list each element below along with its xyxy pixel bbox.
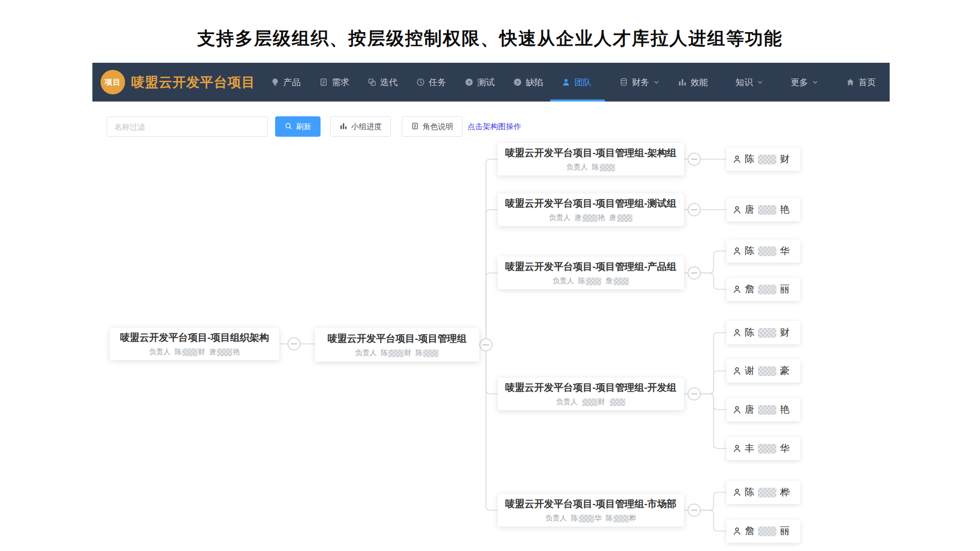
member-card[interactable]: 陈华 bbox=[726, 239, 800, 263]
connector-line bbox=[700, 394, 726, 448]
redacted-text bbox=[758, 444, 776, 454]
owner-line: 负责人唐艳唐 bbox=[549, 213, 633, 222]
redacted-text bbox=[579, 515, 594, 522]
redacted-text bbox=[582, 214, 598, 222]
redacted-text bbox=[758, 155, 776, 164]
redacted-text bbox=[617, 214, 632, 222]
redacted-text bbox=[614, 278, 629, 285]
org-group-node[interactable]: 唛盟云开发平台项目-项目管理组-架构组负责人陈 bbox=[498, 143, 684, 176]
org-node-title: 唛盟云开发平台项目-项目管理组 bbox=[328, 332, 467, 345]
person-icon bbox=[732, 444, 742, 453]
redacted-text bbox=[388, 349, 404, 357]
owner-name: 陈 bbox=[592, 163, 616, 172]
org-node-title: 唛盟云开发平台项目-项目管理组-市场部 bbox=[505, 497, 677, 511]
owner-line: 负责人陈 bbox=[567, 163, 616, 172]
redacted-text bbox=[758, 366, 776, 376]
member-card[interactable]: 谢豪 bbox=[726, 359, 800, 383]
org-node-title: 唛盟云开发平台项目-项目组织架构 bbox=[120, 331, 268, 344]
connector-line bbox=[700, 492, 726, 510]
redacted-text bbox=[758, 328, 776, 338]
owner-name: 财 bbox=[582, 397, 605, 407]
connector-line bbox=[700, 273, 726, 289]
collapse-toggle[interactable] bbox=[688, 504, 700, 516]
page: 支持多层级组织、按层级控制权限、快速从企业人才库拉人进组等功能 项目 唛盟云开发… bbox=[0, 0, 980, 551]
redacted-text bbox=[614, 515, 629, 522]
owner-name: 詹 bbox=[606, 277, 629, 286]
member-card[interactable]: 詹丽 bbox=[726, 519, 800, 543]
redacted-text bbox=[758, 205, 776, 215]
connector-line bbox=[700, 371, 726, 394]
owner-name: 唐艳 bbox=[209, 347, 240, 357]
connector-line bbox=[486, 273, 498, 345]
collapse-toggle[interactable] bbox=[688, 267, 700, 279]
owner-name: 陈 bbox=[415, 348, 439, 358]
redacted-text bbox=[586, 278, 601, 285]
redacted-text bbox=[217, 348, 232, 356]
connector-line bbox=[700, 510, 726, 531]
collapse-toggle[interactable] bbox=[688, 204, 700, 216]
redacted-text bbox=[423, 349, 438, 357]
collapse-toggle[interactable] bbox=[688, 153, 700, 165]
org-node-title: 唛盟云开发平台项目-项目管理组-架构组 bbox=[505, 146, 677, 160]
person-icon bbox=[732, 488, 742, 497]
owner-name: 陈桦 bbox=[606, 514, 636, 523]
owner-line: 负责人陈华陈桦 bbox=[546, 514, 636, 523]
connector-line bbox=[486, 210, 498, 345]
org-node-title: 唛盟云开发平台项目-项目管理组-产品组 bbox=[505, 260, 677, 273]
redacted-text bbox=[600, 164, 615, 171]
collapse-toggle[interactable] bbox=[288, 338, 300, 350]
owner-line: 负责人陈詹 bbox=[553, 277, 629, 286]
owner-label: 负责人 bbox=[549, 213, 571, 222]
owner-label: 负责人 bbox=[355, 348, 377, 358]
collapse-toggle[interactable] bbox=[688, 388, 700, 400]
owner-name: 唐 bbox=[609, 213, 633, 222]
org-group-node[interactable]: 唛盟云开发平台项目-项目管理组-产品组负责人陈詹 bbox=[498, 257, 684, 289]
person-icon bbox=[732, 155, 742, 164]
connector-line bbox=[486, 345, 498, 510]
collapse-toggle[interactable] bbox=[480, 339, 492, 351]
owner-name: 陈华 bbox=[571, 514, 602, 523]
person-icon bbox=[732, 527, 742, 536]
owner-label: 负责人 bbox=[553, 277, 574, 286]
org-group-node[interactable]: 唛盟云开发平台项目-项目管理组-测试组负责人唐艳唐 bbox=[498, 193, 684, 226]
org-group-node[interactable]: 唛盟云开发平台项目-项目管理组-开发组负责人财 bbox=[498, 378, 684, 410]
redacted-text bbox=[758, 527, 776, 536]
person-icon bbox=[732, 205, 742, 214]
person-icon bbox=[732, 246, 742, 256]
owner-name: 陈财 bbox=[381, 348, 411, 358]
owner-line: 负责人财 bbox=[556, 397, 626, 407]
person-icon bbox=[732, 285, 742, 294]
member-card[interactable]: 陈财 bbox=[726, 321, 800, 344]
person-icon bbox=[732, 366, 742, 375]
member-card[interactable]: 丰华 bbox=[726, 437, 800, 460]
owner-label: 负责人 bbox=[567, 163, 588, 172]
redacted-text bbox=[758, 285, 776, 294]
owner-name: 陈 bbox=[578, 277, 602, 286]
owner-line: 负责人陈财唐艳 bbox=[149, 347, 240, 357]
connector-line bbox=[700, 251, 726, 273]
redacted-text bbox=[758, 488, 776, 497]
member-card[interactable]: 陈财 bbox=[726, 147, 800, 171]
org-node-title: 唛盟云开发平台项目-项目管理组-开发组 bbox=[505, 381, 677, 394]
org-node-title: 唛盟云开发平台项目-项目管理组-测试组 bbox=[505, 197, 677, 210]
member-card[interactable]: 唐艳 bbox=[726, 398, 800, 421]
member-card[interactable]: 陈桦 bbox=[726, 481, 800, 504]
org-chart-canvas[interactable] bbox=[0, 0, 980, 551]
member-card[interactable]: 詹丽 bbox=[726, 278, 800, 301]
owner-name: 陈财 bbox=[175, 347, 205, 357]
redacted-text bbox=[182, 348, 198, 356]
owner-label: 负责人 bbox=[149, 347, 170, 357]
redacted-text bbox=[582, 398, 598, 406]
owner-name bbox=[609, 398, 626, 406]
person-icon bbox=[732, 328, 742, 337]
redacted-text bbox=[758, 405, 776, 415]
org-root-node[interactable]: 唛盟云开发平台项目-项目组织架构负责人陈财唐艳 bbox=[110, 328, 279, 360]
owner-name: 唐艳 bbox=[575, 213, 605, 222]
connector-line bbox=[486, 345, 498, 394]
connector-line bbox=[486, 159, 498, 345]
org-group-node[interactable]: 唛盟云开发平台项目-项目管理组-市场部负责人陈华陈桦 bbox=[498, 494, 684, 527]
org-manager-node[interactable]: 唛盟云开发平台项目-项目管理组负责人陈财陈 bbox=[315, 328, 479, 362]
person-icon bbox=[732, 405, 742, 414]
owner-line: 负责人陈财陈 bbox=[355, 348, 439, 358]
member-card[interactable]: 唐艳 bbox=[726, 198, 800, 221]
